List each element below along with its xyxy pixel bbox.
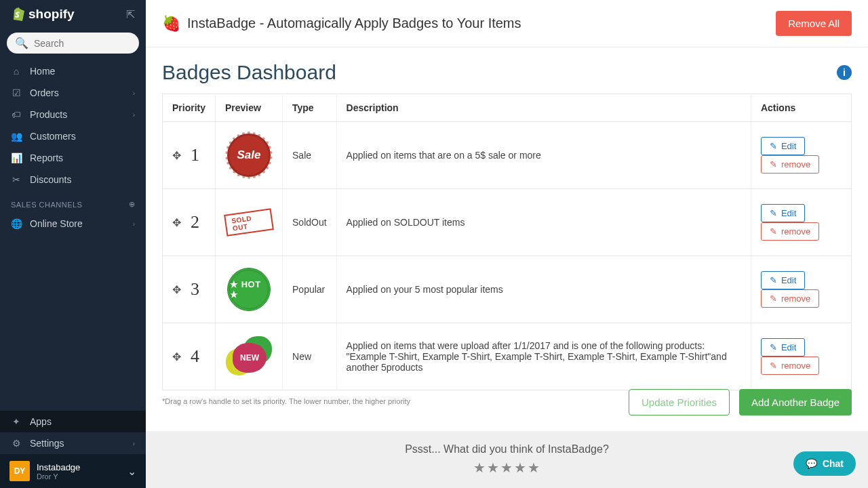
badge-type: Popular — [283, 256, 337, 323]
nav-icon: ⚙ — [11, 438, 22, 449]
pencil-icon: ✎ — [770, 226, 777, 237]
sidebar: shopify ⇱ 🔍 ⌂Home☑Orders›🏷Products›👥Cust… — [0, 0, 146, 488]
table-row: ✥3★ HOT ★PopularApplied on your 5 most p… — [163, 256, 852, 323]
sidebar-item-discounts[interactable]: ✂Discounts — [0, 169, 146, 190]
col-description: Description — [336, 94, 751, 122]
pencil-icon: ✎ — [770, 275, 777, 285]
badge-type: Sale — [283, 122, 337, 189]
chevron-right-icon: › — [133, 440, 135, 447]
app-header: 🍓 InstaBadge - Automagically Apply Badge… — [146, 0, 868, 47]
table-row: ✥1SaleSaleApplied on items that are on a… — [163, 122, 852, 189]
remove-all-button[interactable]: Remove All — [776, 11, 852, 36]
pencil-icon: ✎ — [770, 159, 777, 169]
strawberry-icon: 🍓 — [162, 15, 180, 33]
main-content: 🍓 InstaBadge - Automagically Apply Badge… — [146, 0, 868, 488]
new-badge-icon: NEW — [226, 336, 272, 377]
drag-handle-icon[interactable]: ✥ — [172, 149, 181, 162]
table-row: ✥4NEWNewApplied on items that were uploa… — [163, 323, 852, 390]
sale-badge-icon: Sale — [227, 134, 271, 177]
badges-table: Priority Preview Type Description Action… — [162, 94, 852, 390]
remove-button[interactable]: ✎remove — [761, 357, 819, 375]
sidebar-item-products[interactable]: 🏷Products› — [0, 104, 146, 125]
sidebar-item-online-store[interactable]: 🌐 Online Store › — [0, 213, 146, 235]
table-row: ✥2SOLD OUTSoldOutApplied on SOLDOUT item… — [163, 189, 852, 256]
col-preview: Preview — [216, 94, 283, 122]
feedback-prompt: Pssst... What did you think of InstaBadg… — [158, 443, 856, 455]
badge-preview: SOLD OUT — [225, 199, 273, 246]
pencil-icon: ✎ — [770, 361, 777, 371]
search-input[interactable] — [34, 38, 153, 49]
badge-preview: Sale — [225, 131, 273, 179]
remove-button[interactable]: ✎remove — [761, 289, 819, 308]
sidebar-item-reports[interactable]: 📊Reports — [0, 147, 146, 169]
chat-widget[interactable]: 💬 Chat — [793, 451, 856, 476]
sidebar-item-customers[interactable]: 👥Customers — [0, 125, 146, 147]
search-box[interactable]: 🔍 — [7, 33, 139, 54]
edit-button[interactable]: ✎Edit — [761, 137, 805, 155]
globe-icon: 🌐 — [11, 218, 22, 229]
update-priorities-button[interactable]: Update Priorities — [629, 389, 730, 415]
nav-icon: ☑ — [11, 87, 22, 98]
pencil-icon: ✎ — [770, 208, 777, 218]
sidebar-item-home[interactable]: ⌂Home — [0, 60, 146, 82]
edit-button[interactable]: ✎Edit — [761, 338, 805, 357]
brand-text: shopify — [28, 7, 75, 22]
chat-icon: 💬 — [806, 458, 817, 469]
search-icon: 🔍 — [15, 37, 28, 49]
pencil-icon: ✎ — [770, 342, 777, 352]
nav-icon: ⌂ — [11, 66, 22, 77]
col-type: Type — [283, 94, 337, 122]
sales-channels-header: SALES CHANNELS ⊕ — [0, 190, 146, 213]
feedback-footer: Pssst... What did you think of InstaBadg… — [146, 431, 868, 488]
badge-description: Applied on items that are on a 5$ sale o… — [336, 122, 751, 189]
pencil-icon: ✎ — [770, 141, 777, 151]
priority-number: 3 — [191, 279, 199, 300]
chevron-right-icon: › — [133, 111, 135, 119]
drag-handle-icon[interactable]: ✥ — [172, 350, 181, 363]
page-title: Badges Dashboard — [162, 61, 336, 84]
sidebar-item-settings[interactable]: ⚙Settings› — [0, 432, 146, 454]
priority-number: 2 — [191, 212, 199, 232]
priority-number: 1 — [191, 145, 199, 165]
info-icon[interactable]: i — [837, 65, 852, 80]
nav-icon: ✦ — [11, 416, 22, 427]
drag-handle-icon[interactable]: ✥ — [172, 216, 181, 229]
app-title: InstaBadge - Automagically Apply Badges … — [187, 16, 521, 31]
badge-preview: NEW — [225, 333, 273, 380]
nav-icon: 👥 — [11, 131, 22, 142]
priority-number: 4 — [191, 346, 199, 367]
drag-handle-icon[interactable]: ✥ — [172, 283, 181, 296]
badge-description: Applied on items that were upload after … — [336, 323, 751, 390]
sidebar-item-orders[interactable]: ☑Orders› — [0, 82, 146, 104]
remove-button[interactable]: ✎remove — [761, 155, 819, 174]
priority-hint: *Drag a row's handle to set its priority… — [162, 397, 410, 405]
col-actions: Actions — [751, 94, 851, 122]
shopify-bag-icon — [11, 7, 24, 22]
account-switcher[interactable]: DY Instabadge Dror Y ⌄ — [0, 454, 146, 488]
soldout-badge-icon: SOLD OUT — [224, 208, 274, 236]
add-badge-button[interactable]: Add Another Badge — [739, 389, 852, 415]
rating-stars[interactable]: ★★★★★ — [158, 460, 856, 476]
avatar: DY — [9, 461, 30, 481]
chevron-right-icon: › — [133, 89, 135, 97]
badge-preview: ★ HOT ★ — [225, 266, 273, 313]
brand-logo[interactable]: shopify — [11, 7, 75, 22]
add-channel-icon[interactable]: ⊕ — [129, 200, 136, 209]
pencil-icon: ✎ — [770, 293, 777, 304]
col-priority: Priority — [163, 94, 216, 122]
edit-button[interactable]: ✎Edit — [761, 271, 805, 289]
edit-button[interactable]: ✎Edit — [761, 204, 805, 222]
badge-type: New — [283, 323, 337, 390]
chevron-down-icon: ⌄ — [127, 465, 136, 478]
badge-type: SoldOut — [283, 189, 337, 256]
hot-badge-icon: ★ HOT ★ — [227, 268, 271, 311]
chevron-right-icon: › — [133, 220, 135, 228]
nav-icon: ✂ — [11, 174, 22, 185]
sidebar-item-apps[interactable]: ✦Apps — [0, 411, 146, 432]
remove-button[interactable]: ✎remove — [761, 222, 819, 241]
badge-description: Applied on SOLDOUT items — [336, 189, 751, 256]
nav-icon: 📊 — [11, 152, 22, 163]
nav-icon: 🏷 — [11, 109, 22, 120]
external-link-icon[interactable]: ⇱ — [126, 8, 135, 21]
badge-description: Applied on your 5 most popular items — [336, 256, 751, 323]
